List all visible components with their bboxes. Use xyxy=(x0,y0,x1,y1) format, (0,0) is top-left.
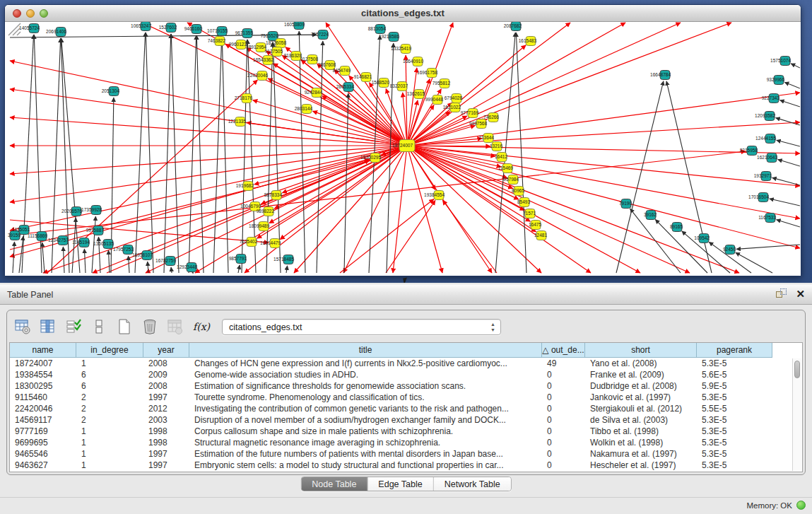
table-cell[interactable]: 2008 xyxy=(143,358,189,369)
table-cell[interactable]: Estimation of the future numbers of pati… xyxy=(189,448,542,460)
table-cell[interactable]: 22420046 xyxy=(10,403,76,414)
graph-edge[interactable] xyxy=(777,220,800,227)
table-row[interactable]: 977716911998Corpus callosum shape and si… xyxy=(10,426,802,437)
tab-network-table[interactable]: Network Table xyxy=(434,477,511,491)
graph-edge[interactable] xyxy=(407,68,417,146)
table-cell[interactable]: 1 xyxy=(76,358,143,369)
table-cell[interactable]: 0 xyxy=(542,392,585,403)
memory-status[interactable]: Memory: OK xyxy=(746,501,806,510)
graph-edge[interactable] xyxy=(777,140,800,146)
select-rows-icon[interactable] xyxy=(64,317,83,337)
node-attribute-table[interactable]: namein_degreeyeartitle△ out_de...shortpa… xyxy=(9,342,803,472)
graph-edge[interactable] xyxy=(666,81,712,273)
table-cell[interactable]: 5.3E-5 xyxy=(697,392,772,403)
tab-edge-table[interactable]: Edge Table xyxy=(367,477,433,491)
function-builder-icon[interactable]: f(x) xyxy=(191,321,212,332)
column-header-title[interactable]: title xyxy=(189,343,542,358)
graph-edge[interactable] xyxy=(63,247,64,273)
network-graph-canvas[interactable]: 1872400714055724206914061065324715276029… xyxy=(6,22,800,276)
table-cell[interactable]: 1998 xyxy=(143,437,189,448)
table-vertical-scrollbar[interactable] xyxy=(792,358,801,471)
table-row[interactable]: 1872400712008Changes of HCN gene express… xyxy=(10,358,802,369)
table-cell[interactable]: 5.6E-5 xyxy=(697,369,772,380)
new-column-icon[interactable] xyxy=(114,317,134,337)
delete-columns-icon[interactable] xyxy=(140,317,160,337)
scrollbar-thumb[interactable] xyxy=(794,361,800,378)
graph-edge[interactable] xyxy=(72,218,76,273)
tab-node-table[interactable]: Node Table xyxy=(301,477,367,491)
graph-edge[interactable] xyxy=(286,266,288,273)
table-cell[interactable]: 5.3E-5 xyxy=(697,448,772,460)
table-cell[interactable]: Investigating the contribution of common… xyxy=(189,403,542,414)
graph-edge[interactable] xyxy=(770,199,800,206)
table-cell[interactable]: 2 xyxy=(76,392,143,403)
table-cell[interactable]: Stergiakouli et al. (2012) xyxy=(585,403,697,414)
import-table-icon[interactable] xyxy=(165,317,185,337)
table-cell[interactable]: 5.3E-5 xyxy=(697,414,772,426)
table-cell[interactable]: 1997 xyxy=(143,460,189,471)
table-cell[interactable]: 0 xyxy=(542,426,585,437)
graph-edge[interactable] xyxy=(407,146,739,273)
table-row[interactable]: 1830029562008Estimation of significance … xyxy=(10,380,802,392)
table-cell[interactable]: 1998 xyxy=(143,426,189,437)
table-row[interactable]: 911546021997Tourette syndrome. Phenomeno… xyxy=(10,392,802,403)
table-cell[interactable]: 5.3E-5 xyxy=(697,437,772,448)
column-header-in_degree[interactable]: in_degree xyxy=(76,343,143,358)
graph-edge[interactable] xyxy=(784,82,800,88)
table-row[interactable]: 1456911722003Disruption of a novel membe… xyxy=(10,414,802,426)
graph-edge[interactable] xyxy=(386,200,435,273)
citation-network-graph[interactable]: 1872400714055724206914061065324715276029… xyxy=(6,22,800,274)
table-cell[interactable]: 1 xyxy=(76,426,143,437)
table-cell[interactable]: Tourette syndrome. Phenomenology and cla… xyxy=(189,392,542,403)
table-cell[interactable]: 0 xyxy=(542,437,585,448)
table-row[interactable]: 2242004622012Investigating the contribut… xyxy=(10,403,802,414)
graph-edge[interactable] xyxy=(171,267,172,273)
graph-edge[interactable] xyxy=(407,146,591,273)
table-cell[interactable]: 9463627 xyxy=(10,460,76,471)
graph-edge[interactable] xyxy=(189,35,196,273)
graph-edge[interactable] xyxy=(266,51,407,146)
table-cell[interactable]: 2 xyxy=(76,414,143,426)
graph-edge[interactable] xyxy=(13,242,14,273)
graph-edge[interactable] xyxy=(299,31,305,273)
table-cell[interactable]: 2008 xyxy=(143,380,189,392)
column-header-out_de[interactable]: △ out_de... xyxy=(542,343,585,358)
table-cell[interactable]: 18724007 xyxy=(10,358,76,369)
graph-edge[interactable] xyxy=(135,33,146,273)
graph-edge[interactable] xyxy=(407,122,800,146)
graph-edge[interactable] xyxy=(84,249,86,273)
table-cell[interactable]: 0 xyxy=(542,403,585,414)
graph-edge[interactable] xyxy=(393,146,407,273)
table-cell[interactable]: 49 xyxy=(542,358,585,369)
graph-edge[interactable] xyxy=(242,40,247,273)
float-panel-icon[interactable] xyxy=(776,288,787,300)
close-panel-icon[interactable]: ✕ xyxy=(796,288,805,300)
column-header-name[interactable]: name xyxy=(10,343,76,358)
table-cell[interactable]: 1 xyxy=(76,448,143,460)
graph-edge[interactable] xyxy=(222,37,228,273)
graph-edge[interactable] xyxy=(776,118,800,125)
table-cell[interactable]: Nakamura et al. (1997) xyxy=(585,448,697,460)
resize-grip[interactable] xyxy=(6,22,21,36)
table-cell[interactable]: 18300295 xyxy=(10,380,76,392)
graph-edge[interactable] xyxy=(407,146,800,248)
table-cell[interactable]: 5.5E-5 xyxy=(697,403,772,414)
table-cell[interactable]: 5.9E-5 xyxy=(697,380,772,392)
table-cell[interactable]: Disruption of a novel member of a sodium… xyxy=(189,414,542,426)
table-cell[interactable]: 2003 xyxy=(143,414,189,426)
graph-edge[interactable] xyxy=(269,146,407,223)
graph-edge[interactable] xyxy=(238,265,240,273)
table-row[interactable]: 1938455462009Genome-wide association stu… xyxy=(10,369,802,380)
table-cell[interactable]: 1 xyxy=(76,437,143,448)
graph-edge[interactable] xyxy=(146,146,407,273)
graph-edge[interactable] xyxy=(407,45,526,146)
graph-edge[interactable] xyxy=(736,252,772,273)
table-cell[interactable]: Corpus callosum shape and size in male p… xyxy=(189,426,542,437)
graph-edge[interactable] xyxy=(407,23,731,146)
graph-edge[interactable] xyxy=(442,200,497,273)
table-cell[interactable]: 0 xyxy=(542,369,585,380)
network-view-window[interactable]: citations_edges.txt 18724007140557242069… xyxy=(4,4,801,276)
table-chooser-dropdown[interactable]: citations_edges.txt ▲▼ xyxy=(222,319,501,335)
table-cell[interactable]: 5.3E-5 xyxy=(697,358,772,369)
table-cell[interactable]: 9699695 xyxy=(10,437,76,448)
